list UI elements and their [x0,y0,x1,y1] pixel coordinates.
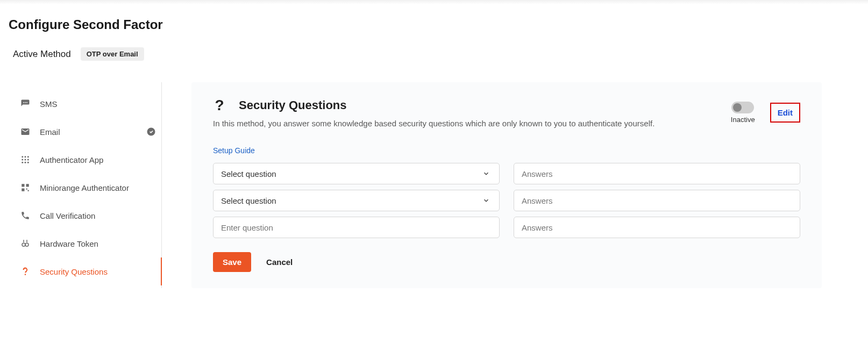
card-description: In this method, you answer some knowledg… [213,119,731,128]
question-select-1-box: Select question [213,163,500,184]
actions-row: Save Cancel [213,252,800,272]
svg-point-10 [22,162,23,163]
svg-point-1 [25,102,26,103]
check-icon [146,127,156,137]
answer-input-1-wrap [514,163,800,184]
question-select-1[interactable]: Select question [213,163,500,184]
question-icon [19,266,31,277]
answer-input-1[interactable] [514,163,800,184]
setup-guide-link[interactable]: Setup Guide [213,146,255,155]
sidebar: SMS Email Authenticator App Miniorange A… [9,82,162,288]
form-rows: Select question Select question [213,163,800,238]
custom-question-input-wrap [213,217,500,238]
sidebar-item-label: Miniorange Authenticator [40,183,129,192]
svg-point-0 [23,102,24,103]
sidebar-item-miniorange-authenticator[interactable]: Miniorange Authenticator [9,174,161,202]
card-head-right: Inactive Edit [731,98,800,124]
question-mark-icon: ? [213,99,226,112]
window-top-shadow [0,0,868,4]
token-icon [19,238,31,249]
status-toggle-wrap: Inactive [731,102,755,124]
answer-input-3-wrap [514,217,800,238]
sidebar-item-authenticator-app[interactable]: Authenticator App [9,146,161,174]
card-head-left: ? Security Questions In this method, you… [213,98,731,128]
active-method-badge: OTP over Email [81,47,144,61]
sidebar-item-sms[interactable]: SMS [9,90,161,118]
svg-rect-16 [26,189,27,190]
svg-point-11 [25,162,26,163]
svg-point-3 [147,128,155,136]
form-row-3 [213,217,800,238]
sidebar-item-label: SMS [40,99,58,109]
svg-point-9 [27,159,29,161]
sidebar-item-hardware-token[interactable]: Hardware Token [9,230,161,257]
form-row-2: Select question [213,190,800,211]
sidebar-item-email[interactable]: Email [9,118,161,146]
card-title: Security Questions [239,98,347,112]
question-select-2[interactable]: Select question [213,190,500,211]
content-wrap: SMS Email Authenticator App Miniorange A… [0,66,868,288]
qr-icon [19,182,31,194]
status-toggle[interactable] [731,102,754,113]
edit-button[interactable]: Edit [770,103,800,123]
main-panel: ? Security Questions In this method, you… [162,82,859,288]
sidebar-item-label: Authenticator App [40,155,103,164]
svg-point-5 [25,156,26,157]
phone-icon [19,210,31,221]
status-toggle-label: Inactive [731,116,755,124]
svg-point-19 [25,243,29,246]
answer-input-3[interactable] [514,217,800,238]
svg-rect-15 [22,189,24,191]
svg-rect-13 [22,184,24,187]
page-title: Configure Second Factor [9,17,859,32]
page-header: Configure Second Factor Active Method OT… [0,4,868,66]
sidebar-item-label: Hardware Token [40,239,98,248]
cancel-button[interactable]: Cancel [266,257,293,267]
svg-rect-17 [28,190,29,191]
svg-point-2 [26,102,27,103]
email-icon [19,126,31,138]
save-button[interactable]: Save [213,252,251,272]
card-head: ? Security Questions In this method, you… [213,98,800,128]
sidebar-item-call-verification[interactable]: Call Verification [9,202,161,230]
answer-input-2-wrap [514,190,800,211]
svg-point-8 [25,159,26,161]
sidebar-item-security-questions[interactable]: Security Questions [9,257,161,285]
custom-question-input[interactable] [213,217,500,238]
sidebar-item-label: Call Verification [40,211,95,220]
form-row-1: Select question [213,163,800,184]
sidebar-item-label: Security Questions [40,267,108,276]
sidebar-item-label: Email [40,127,60,137]
svg-point-7 [22,159,23,161]
card-title-row: ? Security Questions [213,98,731,112]
answer-input-2[interactable] [514,190,800,211]
svg-rect-14 [26,184,29,187]
active-method-label: Active Method [13,49,71,60]
svg-point-12 [27,162,29,163]
svg-point-4 [22,156,23,157]
security-questions-card: ? Security Questions In this method, you… [191,82,822,288]
active-method-row: Active Method OTP over Email [9,47,859,61]
sms-icon [19,98,31,110]
question-select-2-box: Select question [213,190,500,211]
svg-point-6 [27,156,29,157]
svg-point-18 [22,243,25,246]
grid-icon [19,154,31,166]
